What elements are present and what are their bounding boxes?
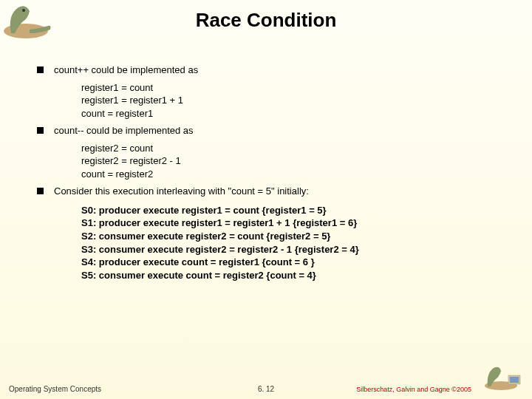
bullet-item: count++ could be implemented as (37, 64, 510, 77)
code-line: register2 = count (81, 142, 510, 155)
step-line: S3: consumer execute register2 = registe… (81, 243, 510, 256)
dinosaur-footer-icon (480, 362, 525, 392)
step-line: S2: consumer execute register2 = count {… (81, 230, 510, 243)
code-line: count = register1 (81, 107, 510, 120)
footer-right: Silberschatz, Galvin and Gagne ©2005 (356, 386, 471, 393)
step-line: S0: producer execute register1 = count {… (81, 204, 510, 217)
dinosaur-logo-icon (0, 0, 59, 41)
step-line: S4: producer execute count = register1 {… (81, 256, 510, 269)
code-block: register1 = count register1 = register1 … (81, 81, 510, 120)
square-bullet-icon (37, 66, 44, 73)
code-line: register1 = register1 + 1 (81, 94, 510, 107)
code-line: count = register2 (81, 168, 510, 181)
step-line: S5: consumer execute count = register2 {… (81, 269, 510, 282)
bullet-text: count++ could be implemented as (54, 64, 198, 77)
bullet-text: Consider this execution interleaving wit… (54, 185, 309, 198)
bullet-item: count-- could be implemented as (37, 124, 510, 137)
step-line: S1: producer execute register1 = registe… (81, 216, 510, 230)
square-bullet-icon (37, 127, 44, 134)
code-line: register2 = register2 - 1 (81, 154, 510, 168)
slide-content: count++ could be implemented as register… (37, 59, 510, 282)
svg-point-1 (22, 9, 25, 12)
bullet-text: count-- could be implemented as (54, 124, 194, 137)
code-block: register2 = count register2 = register2 … (81, 142, 510, 181)
footer-left: Operating System Concepts (9, 385, 101, 393)
interleaving-steps: S0: producer execute register1 = count {… (81, 204, 510, 282)
svg-rect-4 (510, 377, 519, 383)
square-bullet-icon (37, 188, 44, 194)
slide-number: 6. 12 (258, 385, 274, 393)
slide-title: Race Condition (0, 0, 532, 32)
code-line: register1 = count (81, 81, 510, 95)
bullet-item: Consider this execution interleaving wit… (37, 185, 510, 198)
